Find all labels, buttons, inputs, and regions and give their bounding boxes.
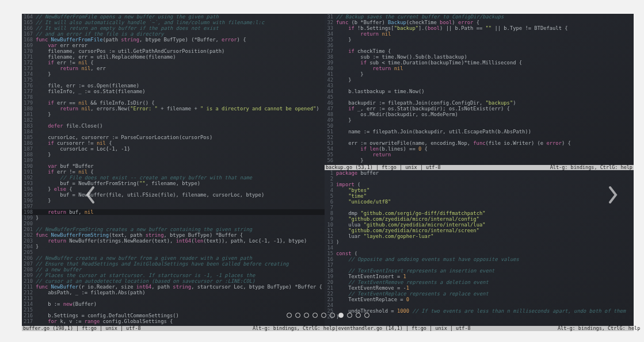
carousel-dot[interactable]: [330, 313, 335, 318]
screenshot-frame: 164 165 166 167 168 169 170 171 172 173 …: [22, 14, 634, 331]
statusbar-backup: backup.go (53,1) | ft:go | unix | utf-8 …: [325, 165, 634, 170]
carousel-dots: [22, 313, 634, 318]
carousel-dot[interactable]: [313, 313, 318, 318]
carousel-dot[interactable]: [304, 313, 309, 318]
status-file: backup.go (53,1) | ft:go | unix | utf-8: [326, 165, 441, 170]
carousel-dot[interactable]: [364, 313, 369, 318]
carousel-dot[interactable]: [287, 313, 292, 318]
status-help: Alt-g: bindings, CtrlG: help: [550, 165, 632, 170]
left-column: 164 165 166 167 168 169 170 171 172 173 …: [22, 14, 325, 326]
right-column: 31 32 33 34 35 36 37 38 39 40 41 42 43 4…: [325, 14, 634, 326]
carousel-dot[interactable]: [338, 313, 344, 318]
pane-buffer-go[interactable]: 164 165 166 167 168 169 170 171 172 173 …: [22, 14, 325, 326]
editor-split-container: 164 165 166 167 168 169 170 171 172 173 …: [22, 14, 634, 326]
gutter-tr: 31 32 33 34 35 36 37 38 39 40 41 42 43 4…: [325, 14, 335, 165]
code-br[interactable]: package buffer import ( "bytes" "time" "…: [336, 170, 634, 326]
statusbar-bottom: buffer.go (198,1) | ft:go | unix | utf-8…: [22, 326, 634, 331]
status-bottom-mid: Alt-g: bindings, CtrlG: help|eventhandle…: [253, 326, 558, 331]
pane-backup-go[interactable]: 31 32 33 34 35 36 37 38 39 40 41 42 43 4…: [325, 14, 634, 165]
status-bottom-left: buffer.go (198,1) | ft:go | unix | utf-8: [23, 326, 253, 331]
gutter-br: 1 2 3 4 5 6 7 8 9 10 11 12 13 14 15 16 1…: [325, 170, 335, 326]
carousel-dot[interactable]: [321, 313, 326, 318]
gutter-left: 164 165 166 167 168 169 170 171 172 173 …: [22, 14, 35, 326]
carousel-next-icon[interactable]: [607, 185, 619, 205]
carousel-prev-icon[interactable]: [84, 185, 97, 205]
carousel-dot[interactable]: [347, 313, 352, 318]
pane-eventhandler-go[interactable]: 1 2 3 4 5 6 7 8 9 10 11 12 13 14 15 16 1…: [325, 170, 634, 326]
code-tr[interactable]: // Backup saves the current buffer to Co…: [336, 14, 634, 165]
carousel-dot[interactable]: [356, 313, 361, 318]
status-bottom-right: Alt-g: bindings, CtrlG: help: [558, 326, 632, 331]
carousel-dot[interactable]: [295, 313, 300, 318]
code-left[interactable]: // NewBufferFromFile opens a new buffer …: [36, 14, 325, 326]
